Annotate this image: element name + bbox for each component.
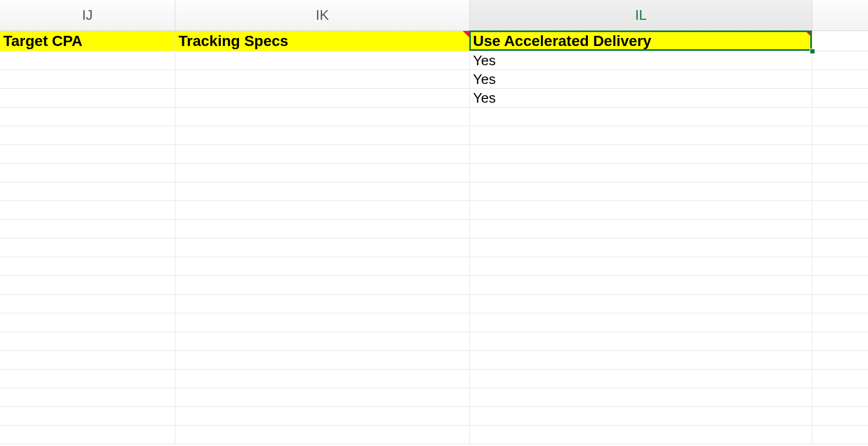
cell[interactable] — [175, 426, 470, 444]
cell-rest[interactable] — [812, 89, 868, 107]
cell-rest[interactable] — [812, 388, 868, 406]
cell[interactable] — [0, 257, 175, 275]
cell[interactable] — [0, 70, 175, 88]
cell-rest[interactable] — [812, 126, 868, 144]
cell-rest[interactable] — [812, 276, 868, 294]
header-cell-use-accelerated-delivery[interactable]: Use Accelerated Delivery — [470, 31, 812, 51]
column-header-rest[interactable] — [812, 0, 868, 30]
cell-rest[interactable] — [812, 351, 868, 369]
cell[interactable] — [0, 182, 175, 201]
cell[interactable] — [0, 220, 175, 238]
header-cell-target-cpa[interactable]: Target CPA — [0, 31, 175, 51]
cell[interactable] — [0, 276, 175, 294]
cell[interactable] — [470, 126, 812, 144]
cell[interactable] — [0, 239, 175, 257]
cell[interactable] — [0, 388, 175, 406]
cell[interactable] — [470, 407, 812, 425]
comment-indicator-icon[interactable] — [463, 31, 469, 37]
cell-rest[interactable] — [812, 313, 868, 332]
cell[interactable] — [0, 351, 175, 369]
column-header-ij[interactable]: IJ — [0, 0, 175, 30]
cell[interactable] — [0, 295, 175, 313]
cell-rest[interactable] — [812, 107, 868, 126]
column-header-il[interactable]: IL — [470, 0, 812, 30]
cell[interactable] — [0, 89, 175, 107]
cell[interactable]: Yes — [470, 89, 812, 107]
header-cell-tracking-specs[interactable]: Tracking Specs — [175, 31, 470, 51]
cell-rest[interactable] — [812, 295, 868, 313]
cell[interactable] — [175, 276, 470, 294]
cell[interactable] — [470, 145, 812, 163]
cell[interactable]: Yes — [470, 70, 812, 88]
cell[interactable] — [470, 257, 812, 275]
cell[interactable] — [175, 295, 470, 313]
cell-rest[interactable] — [812, 201, 868, 219]
cell-rest[interactable] — [812, 220, 868, 238]
cell-rest[interactable] — [812, 407, 868, 425]
cell[interactable] — [470, 276, 812, 294]
cell[interactable] — [470, 370, 812, 388]
cell[interactable] — [0, 145, 175, 163]
cell[interactable] — [470, 164, 812, 182]
cell[interactable] — [0, 107, 175, 126]
cell[interactable] — [470, 313, 812, 332]
table-row — [0, 370, 868, 388]
cell[interactable] — [175, 201, 470, 219]
cell-rest[interactable] — [812, 182, 868, 201]
cell[interactable] — [470, 182, 812, 201]
cell[interactable] — [470, 295, 812, 313]
cell[interactable] — [470, 201, 812, 219]
cell[interactable] — [175, 313, 470, 332]
table-row — [0, 201, 868, 220]
cell-rest[interactable] — [812, 370, 868, 388]
cell-rest[interactable] — [812, 426, 868, 444]
cell-rest[interactable] — [812, 51, 868, 70]
cell[interactable] — [0, 407, 175, 425]
cell[interactable] — [0, 126, 175, 144]
table-row — [0, 351, 868, 370]
cell[interactable] — [0, 370, 175, 388]
cell[interactable] — [470, 220, 812, 238]
cell[interactable]: Yes — [470, 51, 812, 70]
cell-rest[interactable] — [812, 145, 868, 163]
column-header-ik[interactable]: IK — [175, 0, 470, 30]
cell[interactable] — [175, 351, 470, 369]
cell[interactable] — [0, 426, 175, 444]
cell-rest[interactable] — [812, 164, 868, 182]
cell[interactable] — [470, 239, 812, 257]
cell[interactable] — [175, 407, 470, 425]
cell[interactable] — [470, 107, 812, 126]
cell-rest[interactable] — [812, 257, 868, 275]
cell[interactable] — [470, 332, 812, 350]
cell[interactable] — [175, 257, 470, 275]
cell[interactable] — [175, 145, 470, 163]
cell[interactable] — [0, 51, 175, 70]
cell-rest[interactable] — [812, 239, 868, 257]
cell[interactable] — [470, 388, 812, 406]
cell[interactable] — [0, 201, 175, 219]
cell[interactable] — [0, 313, 175, 332]
cell[interactable] — [175, 107, 470, 126]
column-header-label: IJ — [82, 7, 92, 24]
cell[interactable] — [175, 89, 470, 107]
cell[interactable] — [0, 332, 175, 350]
cell[interactable] — [0, 164, 175, 182]
cell-value: Yes — [473, 52, 495, 69]
cell[interactable] — [175, 51, 470, 70]
fill-handle[interactable] — [810, 49, 815, 54]
cell-rest[interactable] — [812, 70, 868, 88]
cell[interactable] — [175, 182, 470, 201]
cell[interactable] — [175, 388, 470, 406]
cell[interactable] — [175, 332, 470, 350]
cell-rest[interactable] — [812, 31, 868, 51]
cell[interactable] — [175, 239, 470, 257]
cell[interactable] — [175, 126, 470, 144]
cell[interactable] — [470, 351, 812, 369]
comment-indicator-icon[interactable] — [805, 31, 812, 37]
cell[interactable] — [470, 426, 812, 444]
cell[interactable] — [175, 164, 470, 182]
cell[interactable] — [175, 220, 470, 238]
cell-rest[interactable] — [812, 332, 868, 350]
cell[interactable] — [175, 70, 470, 88]
cell[interactable] — [175, 370, 470, 388]
